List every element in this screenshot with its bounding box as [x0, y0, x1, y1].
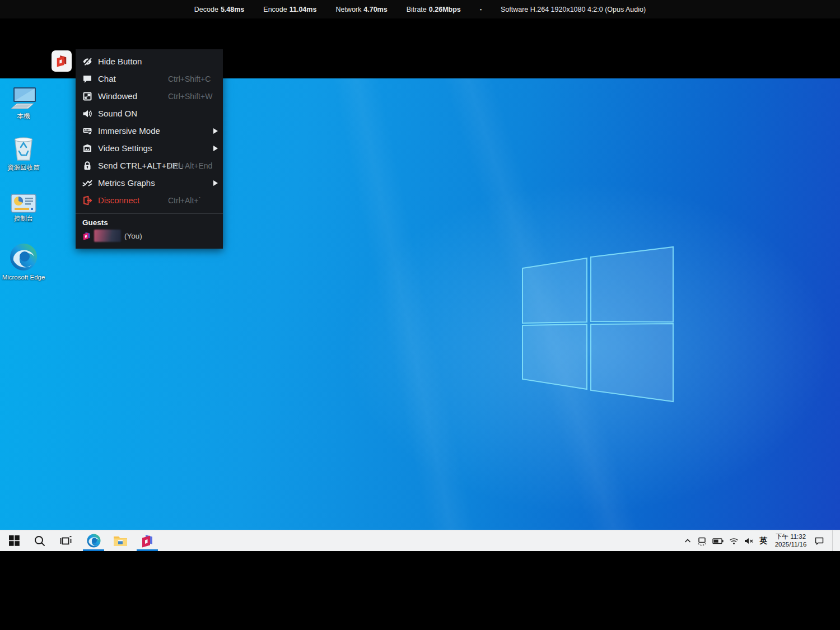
menu-item-label: Sound ON [98, 109, 137, 118]
menu-item-label: Disconnect [98, 195, 139, 205]
taskbar-edge-button[interactable] [81, 530, 106, 551]
clock[interactable]: 下午 11:32 2025/11/16 [773, 533, 809, 548]
desktop-icon-label: Microsoft Edge [2, 274, 45, 281]
stat-label: Decode [194, 6, 218, 13]
menu-item-label: Windowed [98, 91, 137, 101]
menu-item-video-settings[interactable]: Video Settings [76, 139, 223, 157]
search-icon [34, 535, 46, 547]
action-center-button[interactable] [814, 536, 824, 545]
taskbar: 英 下午 11:32 2025/11/16 [0, 530, 840, 551]
letterbox-bottom: U N I K O 'S HARDWARE [0, 551, 840, 630]
picture-icon [82, 143, 92, 153]
clock-date: 2025/11/16 [773, 541, 809, 549]
desktop-icon-this-pc[interactable]: 本機 [0, 86, 47, 120]
stat-value: 4.70ms [363, 6, 387, 13]
ime-language-indicator[interactable]: 英 [759, 536, 767, 546]
edge-icon [86, 533, 101, 548]
menu-item-send-ctrl-alt-del[interactable]: Send CTRL+ALT+DEL Ctrl+Alt+End [76, 157, 223, 174]
system-tray: 英 下午 11:32 2025/11/16 [684, 530, 840, 551]
desktop-icon-label: 控制台 [14, 215, 34, 222]
taskbar-file-explorer-button[interactable] [108, 530, 133, 551]
menu-item-label: Hide Button [98, 57, 142, 66]
task-view-button[interactable] [53, 530, 79, 551]
edge-icon [8, 242, 39, 272]
task-view-icon [60, 535, 72, 547]
menu-divider [76, 213, 223, 214]
this-pc-icon [9, 86, 38, 111]
desktop-icon-microsoft-edge[interactable]: Microsoft Edge [0, 242, 47, 281]
stat-label: Bitrate [407, 6, 427, 13]
guest-avatar [94, 230, 121, 242]
stat-codec-info: Software H.264 1920x1080 4:2:0 (Opus Aud… [501, 6, 646, 13]
desktop-icon-label: 資源回收筒 [7, 164, 40, 171]
desktop-icon-control-panel[interactable]: 控制台 [0, 193, 47, 222]
stat-label: Encode [263, 6, 287, 13]
submenu-arrow-icon [213, 128, 218, 134]
windowed-icon [82, 91, 92, 101]
menu-item-shortcut: Ctrl+Shift+W [168, 92, 212, 101]
parsec-overlay-button[interactable] [52, 50, 72, 72]
stat-network: Network4.70ms [335, 6, 387, 13]
volume-muted-icon[interactable] [744, 537, 754, 545]
screen: Decode5.48ms Encode11.04ms Network4.70ms… [0, 0, 840, 630]
speaker-icon [82, 109, 92, 119]
parsec-overlay-menu: Hide Button Chat Ctrl+Shift+C Windowed [76, 49, 223, 249]
wifi-icon[interactable] [729, 537, 739, 545]
guests-header: Guests [76, 217, 223, 229]
menu-item-label: Video Settings [98, 143, 152, 153]
start-button[interactable] [1, 530, 27, 551]
control-panel-icon [10, 193, 37, 213]
menu-item-metrics-graphs[interactable]: Metrics Graphs [76, 174, 223, 192]
stats-bar: Decode5.48ms Encode11.04ms Network4.70ms… [0, 0, 840, 18]
eye-off-icon [82, 57, 92, 67]
menu-item-disconnect[interactable]: Disconnect Ctrl+Alt+` [76, 192, 223, 209]
menu-item-shortcut: Ctrl+Alt+` [168, 196, 201, 205]
submenu-arrow-icon [213, 146, 218, 151]
windows-start-icon [9, 535, 20, 546]
submenu-arrow-icon [213, 180, 218, 186]
chat-bubble-icon [82, 74, 92, 84]
stat-label: Network [335, 6, 361, 13]
menu-item-shortcut: Ctrl+Shift+C [168, 74, 211, 83]
keyboard-icon [82, 126, 92, 136]
menu-item-label: Chat [98, 74, 116, 83]
recycle-bin-icon [11, 134, 36, 162]
metrics-graph-icon [82, 178, 92, 188]
menu-item-hide-button[interactable]: Hide Button [76, 53, 223, 70]
battery-icon[interactable] [712, 537, 724, 545]
menu-item-label: Metrics Graphs [98, 178, 155, 188]
parsec-icon [141, 533, 154, 549]
stat-value: 5.48ms [221, 6, 244, 13]
lock-icon [82, 161, 92, 171]
menu-item-windowed[interactable]: Windowed Ctrl+Shift+W [76, 87, 223, 105]
search-button[interactable] [27, 530, 53, 551]
menu-item-sound[interactable]: Sound ON [76, 105, 223, 122]
menu-item-label: Immersive Mode [98, 126, 160, 136]
stat-encode: Encode11.04ms [263, 6, 316, 13]
desktop-icon-recycle-bin[interactable]: 資源回收筒 [0, 134, 47, 171]
stats-separator: ▪ [480, 7, 482, 12]
display-connect-icon[interactable] [697, 536, 707, 545]
guest-row: (You) [76, 229, 223, 243]
stat-value: 0.26Mbps [429, 6, 461, 13]
disconnect-icon [82, 195, 92, 206]
menu-item-immersive-mode[interactable]: Immersive Mode [76, 122, 223, 139]
desktop-icon-label: 本機 [17, 113, 30, 120]
guest-parsec-gem-icon [82, 231, 91, 241]
clock-time: 下午 11:32 [773, 533, 809, 541]
menu-item-shortcut: Ctrl+Alt+End [168, 161, 212, 170]
stat-decode: Decode5.48ms [194, 6, 245, 13]
show-desktop-strip[interactable] [832, 530, 836, 551]
tray-expand-chevron[interactable] [684, 537, 692, 545]
parsec-logo-icon [55, 54, 68, 68]
guest-you-label: (You) [124, 232, 142, 240]
file-explorer-icon [113, 535, 128, 547]
stat-value: 11.04ms [290, 6, 317, 13]
taskbar-parsec-button[interactable] [134, 530, 160, 551]
stat-bitrate: Bitrate0.26Mbps [407, 6, 461, 13]
menu-item-chat[interactable]: Chat Ctrl+Shift+C [76, 70, 223, 87]
